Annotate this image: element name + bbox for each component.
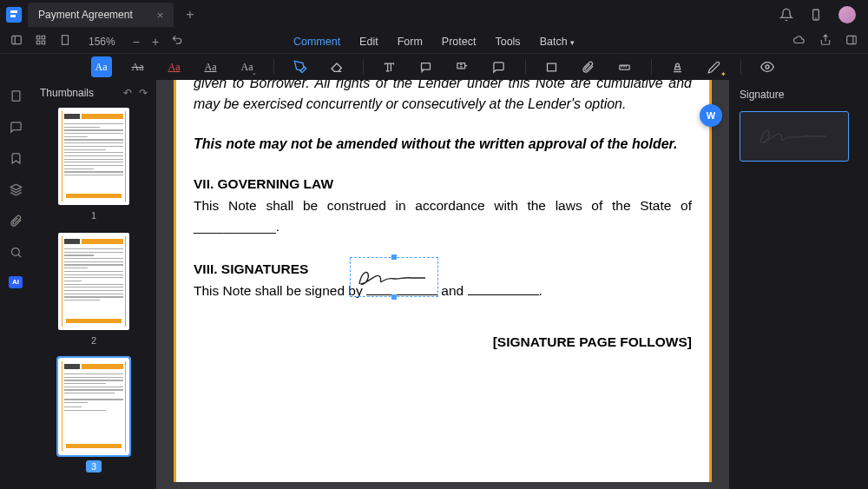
measure-tool[interactable] <box>615 56 635 77</box>
signature-tool[interactable]: ✦ <box>704 56 725 77</box>
tab-form[interactable]: Form <box>398 36 423 48</box>
paragraph-law: This Note shall be construed in accordan… <box>194 195 692 236</box>
show-comments-tool[interactable] <box>757 56 778 77</box>
svg-rect-8 <box>62 36 69 45</box>
callout-tool[interactable] <box>416 56 437 77</box>
svg-rect-11 <box>422 63 431 69</box>
signature-glyph <box>354 265 432 291</box>
rectangle-tool[interactable] <box>542 56 562 77</box>
signature-preview[interactable] <box>740 111 849 162</box>
signature-panel-title: Signature <box>740 89 858 101</box>
bell-icon[interactable] <box>779 8 793 22</box>
thumb-number-3: 3 <box>86 460 102 472</box>
app-logo-button[interactable] <box>0 0 28 30</box>
svg-point-20 <box>11 248 19 255</box>
titlebar: Payment Agreement × + <box>0 0 868 30</box>
menu-tabs: Comment Edit Form Protect Tools Batch ▾ <box>293 36 575 48</box>
document-viewport[interactable]: given to Borrower. All rights of the Len… <box>156 80 729 489</box>
share-icon[interactable] <box>819 34 832 49</box>
thumbnails-panel: Thumbnails ↶ ↷ 1 2 <box>31 80 156 489</box>
grid-icon[interactable] <box>35 34 47 49</box>
svg-rect-12 <box>457 63 465 68</box>
svg-rect-13 <box>548 63 556 71</box>
add-tab-button[interactable]: + <box>186 7 194 23</box>
ai-rail-button[interactable]: AI <box>9 276 23 288</box>
tab-tools[interactable]: Tools <box>495 36 520 48</box>
svg-rect-6 <box>36 41 40 44</box>
bookmarks-rail-icon[interactable] <box>9 151 23 165</box>
svg-rect-4 <box>36 36 40 39</box>
attachment-tool[interactable] <box>578 56 599 77</box>
heading-governing-law: VII. GOVERNING LAW <box>194 174 692 194</box>
close-tab-icon[interactable]: × <box>157 9 164 22</box>
caret-tool[interactable]: Aa⌄ <box>237 56 258 77</box>
svg-line-21 <box>18 254 21 257</box>
thumbnails-rail-icon[interactable] <box>9 89 23 102</box>
highlighter-pen-tool[interactable] <box>290 56 311 77</box>
sidebar-toggle-icon[interactable] <box>10 34 23 49</box>
tab-edit[interactable]: Edit <box>359 36 378 48</box>
left-rail: AI <box>0 80 31 489</box>
svg-point-18 <box>766 65 769 69</box>
tab-batch[interactable]: Batch ▾ <box>540 36 575 48</box>
thumbnails-title: Thumbnails <box>40 87 94 99</box>
user-avatar[interactable] <box>838 6 856 23</box>
tab-title: Payment Agreement <box>38 9 133 21</box>
rotate-cw-icon[interactable]: ↷ <box>139 87 148 99</box>
svg-rect-19 <box>12 90 20 100</box>
undo-icon[interactable] <box>171 34 183 49</box>
signature-preview-glyph <box>755 123 833 149</box>
pdfelement-logo-icon <box>6 7 22 23</box>
document-tab[interactable]: Payment Agreement × <box>28 3 174 27</box>
thumbnail-page-1[interactable] <box>58 108 129 205</box>
paragraph-amend: This note may not be amended without the… <box>194 134 692 155</box>
search-rail-icon[interactable] <box>9 245 23 259</box>
svg-rect-5 <box>42 36 45 39</box>
text-box-tool[interactable] <box>379 56 400 77</box>
paragraph-signatures: This Note shall be signed by and . <box>194 281 692 301</box>
panel-toggle-icon[interactable] <box>845 34 858 49</box>
attachments-rail-icon[interactable] <box>9 214 23 228</box>
eraser-tool[interactable] <box>326 56 347 77</box>
page-view-icon[interactable] <box>59 34 71 49</box>
cloud-icon[interactable] <box>793 34 806 49</box>
layers-rail-icon[interactable] <box>9 182 23 196</box>
zoom-value[interactable]: 156% <box>89 36 115 48</box>
signature-page-follows: [SIGNATURE PAGE FOLLOWS] <box>194 332 692 352</box>
paragraph-cumulative: given to Borrower. All rights of the Len… <box>194 80 692 115</box>
squiggly-tool[interactable]: Aa <box>201 56 221 77</box>
zoom-in-icon[interactable]: + <box>152 35 159 49</box>
underline-tool[interactable]: Aa <box>164 56 185 77</box>
rotate-ccw-icon[interactable]: ↶ <box>123 87 132 99</box>
word-export-badge[interactable]: W <box>700 104 722 127</box>
thumbnail-page-3[interactable] <box>58 358 129 455</box>
tab-protect[interactable]: Protect <box>442 36 477 48</box>
note-tool[interactable] <box>489 56 510 77</box>
heading-signatures: VIII. SIGNATURES <box>194 259 692 279</box>
svg-rect-9 <box>847 36 857 43</box>
strikethrough-tool[interactable]: Aa <box>128 56 148 77</box>
thumbnail-page-2[interactable] <box>58 233 129 330</box>
thumb-number-1: 1 <box>40 210 148 221</box>
svg-rect-2 <box>12 36 22 43</box>
text-callout-tool[interactable] <box>452 56 473 77</box>
comments-rail-icon[interactable] <box>9 120 23 134</box>
document-page: given to Borrower. All rights of the Len… <box>174 80 712 482</box>
signature-panel: Signature <box>729 80 868 489</box>
comment-tools-row: Aa Aa Aa Aa Aa⌄ ✦ <box>0 54 868 80</box>
zoom-out-icon[interactable]: − <box>133 35 140 49</box>
highlight-text-tool[interactable]: Aa <box>91 56 112 77</box>
tab-comment[interactable]: Comment <box>293 36 340 48</box>
top-toolbar: 156% − + Comment Edit Form Protect Tools… <box>0 30 868 54</box>
svg-rect-7 <box>42 41 45 44</box>
thumb-number-2: 2 <box>40 335 148 346</box>
stamp-tool[interactable] <box>667 56 688 77</box>
mobile-icon[interactable] <box>809 8 823 22</box>
signature-annotation[interactable] <box>350 257 438 297</box>
